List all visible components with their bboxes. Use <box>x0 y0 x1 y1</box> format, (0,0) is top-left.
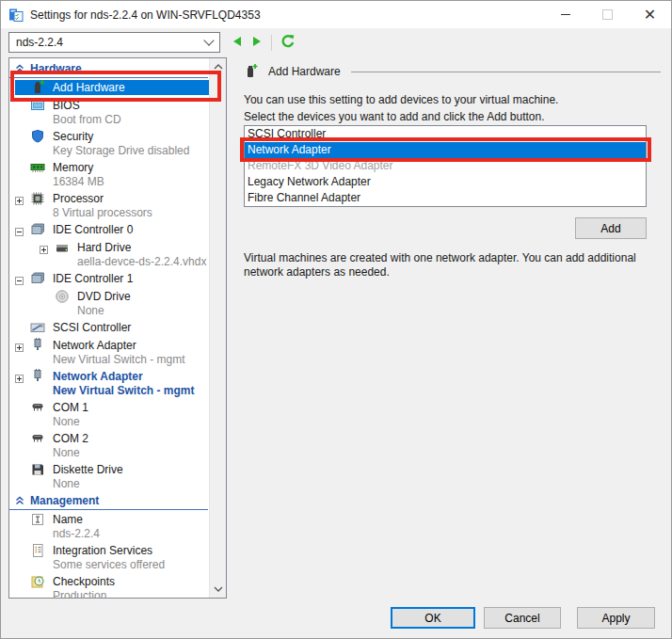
minimize-button[interactable] <box>544 1 586 28</box>
device-item-fibre-channel-adapter[interactable]: Fibre Channel Adapter <box>245 190 646 206</box>
add-button[interactable]: Add <box>575 217 647 239</box>
titlebar: Settings for nds-2.2.4 on WIN-SRVFLQD435… <box>1 1 671 28</box>
sidebar-item-sublabel: Production <box>53 589 210 598</box>
ok-button[interactable]: OK <box>391 607 475 629</box>
collapse-minus-icon[interactable] <box>15 275 24 283</box>
com-port-icon <box>30 400 45 415</box>
ide-controller-icon <box>30 271 45 286</box>
sidebar-item-add-hardware[interactable]: Add Hardware <box>9 80 210 95</box>
expand-plus-icon[interactable] <box>15 373 24 381</box>
main-header: Add Hardware <box>234 64 665 79</box>
sidebar-item-name[interactable]: Namends-2.2.4 <box>9 512 210 540</box>
settings-window: Settings for nds-2.2.4 on WIN-SRVFLQD435… <box>0 0 672 639</box>
sidebar-item-dvd-drive[interactable]: DVD DriveNone <box>9 289 210 317</box>
security-shield-icon <box>30 129 45 144</box>
apply-button[interactable]: Apply <box>577 607 655 629</box>
device-item-remotefx-3d-video-adapter[interactable]: RemoteFX 3D Video Adapter <box>245 158 646 174</box>
sidebar-item-label: Network Adapter <box>53 370 143 383</box>
sidebar-item-label: Memory <box>53 161 93 174</box>
sidebar-item-diskette-drive[interactable]: Diskette DriveNone <box>9 462 210 490</box>
sidebar-item-label: COM 1 <box>53 401 88 414</box>
ide-controller-icon <box>30 222 45 237</box>
sidebar-item-label: IDE Controller 1 <box>53 272 133 285</box>
vm-selector-dropdown[interactable]: nds-2.2.4 <box>8 32 220 53</box>
toolbar-divider <box>271 35 272 51</box>
sidebar-item-bios[interactable]: BIOSBoot from CD <box>9 98 210 126</box>
name-icon <box>30 512 45 527</box>
sidebar-item-security[interactable]: SecurityKey Storage Drive disabled <box>9 129 210 157</box>
hyperv-settings-icon <box>8 8 24 23</box>
sidebar-item-label: SCSI Controller <box>53 321 131 334</box>
sidebar-item-hard-drive[interactable]: Hard Driveaella-devce-ds-2.2.4.vhdx <box>9 240 210 268</box>
sidebar-section-hardware[interactable]: Hardware <box>9 61 208 78</box>
minimize-icon <box>561 14 570 15</box>
sidebar-item-sublabel: 16384 MB <box>53 175 210 188</box>
sidebar-item-label: Diskette Drive <box>53 463 123 476</box>
sidebar-item-sublabel: New Virtual Switch - mgmt <box>53 353 210 366</box>
close-icon: ✕ <box>644 8 656 23</box>
processor-icon <box>30 191 45 206</box>
sidebar-item-label: IDE Controller 0 <box>53 223 133 236</box>
device-listbox[interactable]: SCSI ControllerNetwork AdapterRemoteFX 3… <box>244 125 647 207</box>
scsi-controller-icon <box>30 320 45 335</box>
sidebar-item-network-adapter[interactable]: Network AdapterNew Virtual Switch - mgmt <box>9 338 210 366</box>
forward-button[interactable] <box>251 36 263 50</box>
chevron-down-icon <box>203 35 214 45</box>
device-item-scsi-controller[interactable]: SCSI Controller <box>245 126 646 142</box>
intro-line-2: Select the devices you want to add and c… <box>244 108 665 125</box>
expand-plus-icon[interactable] <box>15 195 24 203</box>
sidebar-item-sublabel: Key Storage Drive disabled <box>53 144 210 157</box>
sidebar-item-scsi-controller[interactable]: SCSI Controller <box>9 320 210 335</box>
cancel-button[interactable]: Cancel <box>484 607 561 629</box>
sidebar-item-sublabel: None <box>53 446 210 459</box>
chevrons-up-icon <box>15 496 24 505</box>
sidebar-item-sublabel: New Virtual Switch - mgmt <box>53 384 210 397</box>
close-button[interactable]: ✕ <box>629 1 671 28</box>
sidebar-item-sublabel: nds-2.2.4 <box>53 527 210 540</box>
sidebar-item-checkpoints[interactable]: CheckpointsProduction <box>9 574 210 598</box>
integration-services-icon <box>30 543 45 558</box>
sidebar-item-label: Add Hardware <box>53 81 125 94</box>
sidebar-item-sublabel: None <box>77 304 210 317</box>
sidebar-item-sublabel: None <box>53 477 210 490</box>
sidebar-item-ide-controller-1[interactable]: IDE Controller 1 <box>9 271 210 286</box>
expand-plus-icon[interactable] <box>15 342 24 350</box>
intro-line-1: You can use this setting to add devices … <box>244 91 665 108</box>
settings-sidebar: HardwareAdd HardwareBIOSBoot from CDSecu… <box>8 57 227 599</box>
add-hardware-icon <box>243 64 258 79</box>
sidebar-item-label: Checkpoints <box>53 575 115 588</box>
sidebar-item-processor[interactable]: Processor8 Virtual processors <box>9 191 210 219</box>
sidebar-item-memory[interactable]: Memory16384 MB <box>9 160 210 188</box>
back-button[interactable] <box>232 36 243 50</box>
header-rule <box>351 72 661 72</box>
scroll-up-arrow[interactable] <box>210 59 226 74</box>
sidebar-item-label: Hard Drive <box>77 241 131 254</box>
sidebar-item-sublabel: None <box>53 415 210 428</box>
sidebar-item-sublabel: Some services offered <box>53 558 210 571</box>
sidebar-item-com-2[interactable]: COM 2None <box>9 431 210 459</box>
device-item-network-adapter[interactable]: Network Adapter <box>245 142 646 158</box>
network-adapter-icon <box>30 369 45 384</box>
device-item-legacy-network-adapter[interactable]: Legacy Network Adapter <box>245 174 646 190</box>
scroll-down-arrow[interactable] <box>210 582 226 597</box>
sidebar-section-management[interactable]: Management <box>9 493 208 510</box>
refresh-icon <box>280 34 296 52</box>
collapse-minus-icon[interactable] <box>15 226 24 234</box>
maximize-button[interactable] <box>586 1 629 28</box>
sidebar-item-com-1[interactable]: COM 1None <box>9 400 210 428</box>
com-port-icon <box>30 431 45 446</box>
vm-selector-value: nds-2.2.4 <box>16 36 205 49</box>
add-hardware-icon <box>30 80 45 95</box>
expand-plus-icon[interactable] <box>40 244 48 252</box>
refresh-button[interactable] <box>280 34 296 52</box>
sidebar-item-sublabel: aella-devce-ds-2.2.4.vhdx <box>77 255 210 268</box>
forward-arrow-icon <box>251 36 263 50</box>
sidebar-scrollbar[interactable] <box>209 58 226 598</box>
sidebar-item-label: Network Adapter <box>53 339 136 352</box>
intro-text: You can use this setting to add devices … <box>244 91 665 125</box>
sidebar-item-network-adapter[interactable]: Network AdapterNew Virtual Switch - mgmt <box>9 369 210 397</box>
sidebar-item-integration-services[interactable]: Integration ServicesSome services offere… <box>9 543 210 571</box>
memory-icon <box>30 160 45 175</box>
bios-icon <box>30 98 45 113</box>
sidebar-item-ide-controller-0[interactable]: IDE Controller 0 <box>9 222 210 237</box>
